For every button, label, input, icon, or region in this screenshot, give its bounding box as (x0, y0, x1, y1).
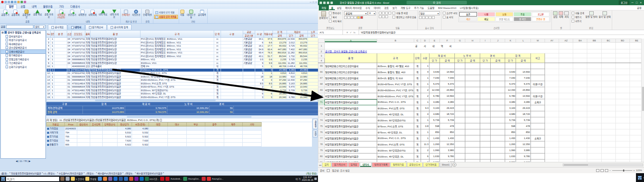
table-row[interactable]: 610447100727109자재일반용경질폴리염화비닐관PVC관(VG1) 접… (47, 51, 318, 55)
align-middle-icon[interactable] (382, 12, 385, 14)
browser-icon[interactable] (103, 177, 107, 181)
col-header-구 분[interactable]: 구 분 (221, 31, 243, 38)
button-서식[interactable]: 서식 (564, 11, 569, 18)
col-header-수 량[interactable]: 수 량 (255, 31, 264, 38)
tree-item-전열교환기배관공사[interactable]: 전열교환기배관공사 (1, 57, 45, 61)
excel-tab-BIM Master2013[interactable]: BIM Master2013 (436, 6, 458, 10)
style-좋음[interactable]: 좋음 (514, 12, 531, 16)
button-공종추가[interactable]: 공종추가 (1, 9, 10, 16)
price-header-대구[interactable]: 대구 (167, 123, 186, 127)
button-내역변경[interactable]: 내역변경 (78, 9, 87, 16)
record-navigator[interactable]: ◀ | 11 / 78 | ▶ (0, 160, 46, 163)
col-header-소급[interactable]: 소급 (67, 31, 72, 38)
add-sheet-icon[interactable]: + (452, 163, 456, 167)
minimize-icon[interactable]: ─ (632, 1, 634, 4)
row-header-71[interactable]: 71 (318, 99, 325, 105)
row-header-2[interactable]: 2 (318, 49, 325, 53)
align-left-icon[interactable] (379, 15, 382, 18)
row-header-4[interactable]: 4 (318, 58, 325, 63)
col-subheader-공량구분[interactable]: 공량구분 (243, 34, 255, 38)
table-row[interactable]: 410447100727106자재일반용경질폴리염화비닐관PVC관(VG1) 접… (47, 45, 318, 48)
price-header-기타[interactable]: 기타 (243, 123, 262, 127)
sheet-tab-갑지[interactable]: 갑지 (322, 163, 331, 167)
price-header-광주[interactable]: 광주 (205, 123, 224, 127)
undo-icon[interactable] (327, 2, 329, 4)
row-header-69[interactable]: 69 (318, 87, 325, 93)
col-subheader-금액[interactable]: 금액 (273, 34, 287, 38)
excel-tab-페이지 레이아웃[interactable]: 페이지 레이아웃 (343, 6, 363, 10)
column-header-D[interactable]: D (421, 39, 429, 43)
price-row[interactable]: 유통물가9555,9225,922 (47, 143, 262, 147)
decimal-decrease-icon[interactable] (432, 16, 435, 19)
table-row[interactable]: 1610199999980042자재일반용경질폴리염화비닐이음관Φ150×Φ75… (47, 86, 318, 89)
ribbon-tab-0[interactable]: 일반 (6, 4, 17, 9)
row-header-75[interactable]: 75 (318, 123, 325, 129)
price-row[interactable]: 거래가격7945,5325,532 (47, 131, 262, 135)
tree-item-가스배관공사[interactable]: 가스배관공사 (1, 61, 45, 65)
table-row[interactable]: 1210147301147427자재일반용경질폴리염화비닐이음관Φ50mm, P… (47, 72, 318, 76)
table-row[interactable]: 1014040000000산출관부속품비전체 2%식1148,7092,435,… (47, 65, 318, 69)
row-header-76[interactable]: 76 (318, 129, 325, 135)
autodesk-icon[interactable]: Autodesk... (165, 177, 182, 181)
button-공종 위로[interactable]: 공종 위로 (33, 9, 43, 16)
excel-tab-보기[interactable]: 보기 (391, 6, 398, 10)
column-header-K[interactable]: K (505, 39, 516, 43)
taskbar-clock[interactable]: 오후 2:172024-06-19 (302, 176, 313, 181)
formula-buttons[interactable]: ✕✓fx (343, 30, 359, 35)
print-icon[interactable] (14, 1, 17, 3)
button-merge-center[interactable]: 병합하고 가운데 맞춤 (392, 15, 416, 19)
sheet-tab-공정산출서[interactable]: 공정산출서 (407, 163, 423, 167)
excel-tab-데이터[interactable]: 데이터 (372, 6, 382, 10)
currency-icon[interactable] (419, 16, 422, 19)
italic-icon[interactable] (347, 16, 350, 19)
sheet-hscrollbar[interactable] (563, 164, 643, 166)
row-header-72[interactable]: 72 (318, 105, 325, 111)
tree-item-장비설치공사[interactable]: 장비설치공사 (1, 35, 45, 39)
button-format-as-table[interactable]: 표 서식 (443, 15, 457, 19)
column-header-L[interactable]: L (516, 39, 530, 43)
tree-item-소화기구설치공사[interactable]: 소화기구설치공사 (1, 65, 45, 69)
tree-item-위생기구설치공사[interactable]: 위생기구설치공사 (1, 38, 45, 42)
photos-icon[interactable] (114, 177, 118, 181)
pin-icon[interactable] (66, 177, 70, 181)
notification-icon[interactable] (314, 178, 317, 180)
excel-tab-LH입찰(웹시무표)[interactable]: LH입찰(웹시무표) (458, 6, 480, 10)
ribbon-tab-2[interactable]: 내역 (29, 5, 39, 9)
button-서식 복사[interactable]: 서식 복사 (329, 19, 341, 23)
table-row[interactable]: 1110147301147936자재일반용경질폴리염화비닐이음관Φ150mm, … (47, 68, 318, 72)
button-작업환경[interactable]: 작업환경 (132, 9, 140, 16)
excel-tab-도움말[interactable]: 도움말 (426, 6, 436, 10)
toggle-사용자 단가 적용[interactable]: 사용자 단가 적용 (154, 10, 178, 14)
button-내역삭제[interactable]: 내역삭제 (88, 9, 97, 16)
view-tab-내역서[interactable]: 내역서 (68, 25, 85, 30)
excel-tab-검토[interactable]: 검토 (383, 6, 390, 10)
table-row[interactable]: 310447100727104자재일반용경질폴리염화비닐관PVC관(VG1) 접… (47, 41, 318, 45)
button-찾기 및 선택[interactable]: 찾기 및 선택 (599, 11, 611, 18)
excel-search-box[interactable]: 검색 (407, 1, 467, 4)
table-row[interactable]: 1910199999980040자재일반용경질폴리염화비닐이음관Φ150×Φ10… (47, 96, 318, 99)
row-header-78[interactable]: 78 (318, 141, 325, 147)
button-내역 아래로[interactable]: 내역 아래로 (109, 9, 120, 18)
row-header-1[interactable]: 1 (318, 43, 325, 49)
zoom-out-icon[interactable]: − (609, 169, 611, 172)
align-center-icon[interactable] (382, 15, 385, 18)
comma-icon[interactable] (425, 16, 428, 19)
sheet-nav-left-icon[interactable]: ◂ (319, 164, 320, 166)
asung-red-icon[interactable] (202, 177, 206, 181)
tree-item-환기배관공사[interactable]: 환기배관공사 (1, 53, 45, 57)
button-내역 위로[interactable]: 내역 위로 (98, 9, 108, 16)
maximize-icon[interactable]: □ (313, 1, 314, 3)
zoom-in-icon[interactable]: + (634, 169, 635, 172)
orientation-icon[interactable] (388, 12, 391, 14)
col-header-품 명[interactable]: 품 명 (91, 31, 140, 38)
button-잘라내기[interactable]: 잘라내기 (329, 11, 341, 15)
tree-root-item[interactable]: ⊟강서구 봉림동 근생시설 신축공사 (1, 31, 45, 35)
taskbar-search-input[interactable]: 찾기 (6, 177, 59, 181)
hancom-icon[interactable] (124, 177, 128, 181)
minimize-icon[interactable]: ─ (310, 1, 312, 3)
style-계산[interactable]: 계산 (459, 17, 477, 21)
style-메모[interactable]: 메모 (477, 17, 495, 21)
column-header-AY[interactable]: AY (545, 39, 559, 43)
price-header-환산단가[interactable]: 환산단가 (118, 123, 132, 127)
view-tab-공사개요[interactable]: 공사개요 (48, 25, 67, 30)
